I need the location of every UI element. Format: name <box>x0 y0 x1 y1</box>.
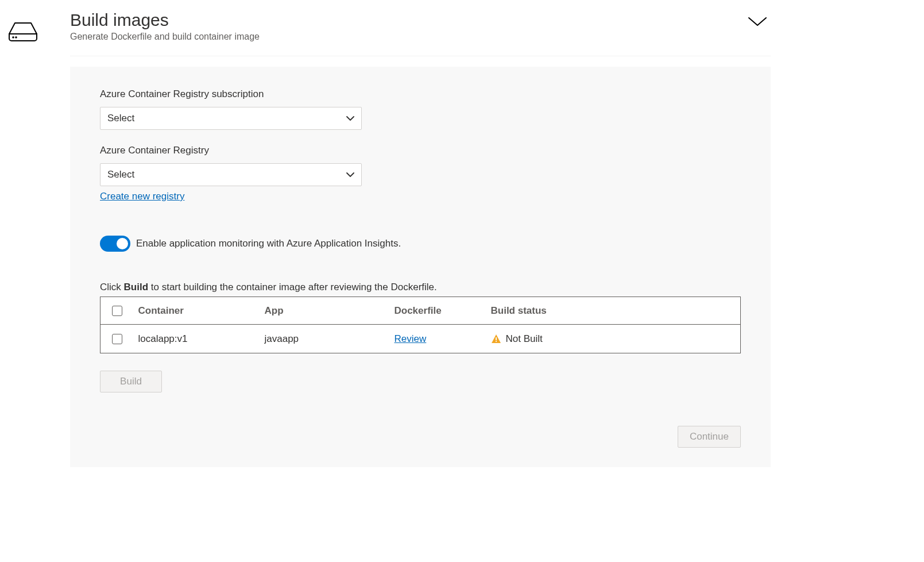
build-instruction: Click Build to start building the contai… <box>100 282 741 293</box>
svg-rect-5 <box>496 341 497 342</box>
page-header: Build images Generate Dockerfile and bui… <box>70 10 771 56</box>
review-dockerfile-link[interactable]: Review <box>395 333 427 344</box>
registry-select-value: Select <box>107 169 134 180</box>
th-container: Container <box>134 297 260 325</box>
page-subtitle: Generate Dockerfile and build container … <box>70 32 260 42</box>
svg-point-1 <box>13 37 14 38</box>
continue-button[interactable]: Continue <box>678 426 741 448</box>
monitoring-toggle-label: Enable application monitoring with Azure… <box>136 238 401 249</box>
select-all-checkbox[interactable] <box>112 306 122 316</box>
hard-drive-icon <box>7 20 70 43</box>
chevron-down-icon <box>748 20 767 29</box>
row-checkbox[interactable] <box>112 334 122 344</box>
status-text: Not Built <box>506 333 543 345</box>
th-app: App <box>260 297 390 325</box>
warning-icon <box>491 334 501 344</box>
monitoring-toggle[interactable] <box>100 236 130 252</box>
cell-container: localapp:v1 <box>134 325 260 353</box>
create-registry-link[interactable]: Create new registry <box>100 191 184 202</box>
table-header-row: Container App Dockerfile Build status <box>100 297 741 325</box>
page-title: Build images <box>70 10 260 29</box>
svg-point-2 <box>16 37 17 38</box>
chevron-down-icon <box>346 116 354 121</box>
images-table: Container App Dockerfile Build status lo… <box>100 297 741 353</box>
th-dockerfile: Dockerfile <box>390 297 486 325</box>
registry-label: Azure Container Registry <box>100 145 741 156</box>
collapse-chevron[interactable] <box>748 10 771 29</box>
th-status: Build status <box>486 297 741 325</box>
chevron-down-icon <box>346 172 354 178</box>
subscription-select[interactable]: Select <box>100 107 362 130</box>
table-row: localapp:v1 javaapp Review <box>100 325 741 353</box>
subscription-select-value: Select <box>107 113 134 124</box>
build-button[interactable]: Build <box>100 371 162 392</box>
svg-rect-4 <box>496 337 497 340</box>
registry-select[interactable]: Select <box>100 163 362 186</box>
cell-app: javaapp <box>260 325 390 353</box>
subscription-label: Azure Container Registry subscription <box>100 88 741 100</box>
